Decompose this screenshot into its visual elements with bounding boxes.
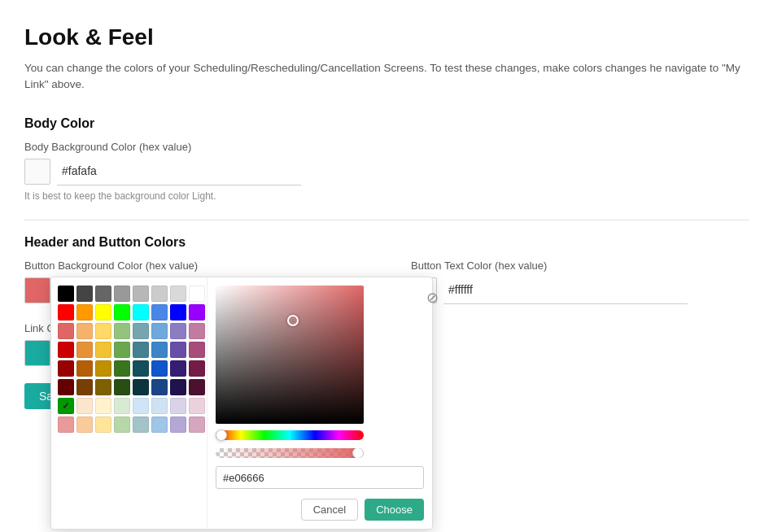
swatch-cell[interactable] [189, 286, 205, 302]
swatch-cell[interactable] [58, 286, 74, 302]
no-color-button[interactable]: ⊘ [426, 289, 439, 307]
swatch-cell[interactable] [133, 323, 149, 339]
header-button-section-title: Header and Button Colors [24, 235, 749, 250]
swatch-cell[interactable] [170, 304, 186, 321]
swatch-cell[interactable] [170, 416, 186, 433]
alpha-bar-wrapper [216, 448, 364, 460]
swatch-cell[interactable] [58, 304, 74, 321]
swatch-cell[interactable] [114, 360, 130, 377]
hue-handle [216, 430, 227, 441]
button-text-col: Button Text Color (hex value) [411, 259, 749, 309]
swatch-cell[interactable] [76, 342, 93, 358]
swatch-cell[interactable] [151, 360, 168, 377]
swatch-cell[interactable] [133, 304, 149, 321]
color-picker-popup: ⊘ Cancel Choose [50, 277, 433, 530]
swatch-cell[interactable] [58, 379, 74, 395]
swatch-cell[interactable] [133, 286, 149, 302]
swatch-cell[interactable] [170, 342, 186, 358]
swatch-cell[interactable] [76, 323, 93, 339]
swatch-cell[interactable] [114, 286, 130, 302]
swatch-cell[interactable] [151, 323, 168, 339]
swatch-cell[interactable] [95, 304, 111, 321]
swatch-cell[interactable] [189, 416, 205, 433]
button-bg-swatch[interactable] [24, 277, 50, 303]
page-container: Look & Feel You can change the colors of… [0, 0, 773, 532]
hex-value-input[interactable] [216, 466, 424, 489]
swatch-cell[interactable] [95, 342, 111, 358]
swatch-cell[interactable] [189, 323, 205, 339]
gradient-area[interactable] [216, 286, 364, 424]
swatch-cell[interactable] [95, 286, 111, 302]
gradient-area-wrapper: ⊘ [216, 286, 424, 424]
swatch-cell[interactable] [95, 416, 111, 433]
body-bg-hint: It is best to keep the background color … [24, 190, 749, 202]
picker-actions: Cancel Choose [216, 499, 424, 521]
swatch-cell[interactable] [133, 360, 149, 377]
body-bg-swatch[interactable] [24, 159, 50, 185]
swatch-cell[interactable] [133, 379, 149, 395]
body-bg-input[interactable] [57, 158, 301, 185]
swatch-cell[interactable] [76, 286, 93, 302]
swatch-cell[interactable] [151, 379, 168, 395]
hue-bar-wrapper [216, 430, 364, 442]
swatch-cell[interactable] [114, 379, 130, 395]
swatch-cell[interactable] [170, 360, 186, 377]
swatch-cell[interactable] [189, 360, 205, 377]
page-description: You can change the colors of your Schedu… [24, 60, 749, 94]
body-color-section-title: Body Color [24, 116, 749, 131]
gradient-handle [287, 315, 299, 326]
swatch-cell[interactable] [95, 323, 111, 339]
swatch-cell[interactable] [151, 398, 168, 414]
swatch-cell[interactable] [76, 398, 93, 414]
choose-button[interactable]: Choose [365, 499, 424, 521]
swatch-cell[interactable] [133, 398, 149, 414]
page-title: Look & Feel [24, 24, 749, 50]
swatch-cell[interactable] [151, 286, 168, 302]
button-text-input[interactable] [443, 277, 688, 304]
section-divider-1 [24, 220, 749, 220]
swatch-cell[interactable] [114, 304, 130, 321]
swatch-cell[interactable] [76, 304, 93, 321]
swatch-cell[interactable] [133, 416, 149, 433]
link-color-swatch[interactable] [24, 340, 50, 366]
hex-input-row [216, 466, 424, 489]
swatch-cell[interactable] [58, 398, 74, 414]
alpha-bar[interactable] [216, 448, 364, 458]
swatch-cell[interactable] [95, 379, 111, 395]
swatch-cell[interactable] [76, 360, 93, 377]
swatch-cell[interactable] [114, 398, 130, 414]
swatch-cell[interactable] [189, 304, 205, 321]
alpha-bar-overlay [216, 448, 364, 458]
swatch-cell[interactable] [58, 342, 74, 358]
swatches-panel [51, 277, 207, 529]
swatch-cell[interactable] [151, 342, 168, 358]
swatch-cell[interactable] [170, 323, 186, 339]
swatch-cell[interactable] [170, 379, 186, 395]
swatch-cell[interactable] [58, 360, 74, 377]
cancel-button[interactable]: Cancel [301, 499, 358, 521]
swatch-cell[interactable] [133, 342, 149, 358]
button-text-field-row [411, 277, 749, 304]
swatch-cell[interactable] [58, 323, 74, 339]
hue-bar[interactable] [216, 430, 364, 440]
swatch-cell[interactable] [76, 379, 93, 395]
swatch-cell[interactable] [170, 286, 186, 302]
swatch-grid [58, 286, 200, 433]
body-bg-field-row [24, 158, 749, 185]
swatch-cell[interactable] [170, 398, 186, 414]
swatch-cell[interactable] [151, 416, 168, 433]
swatch-cell[interactable] [114, 323, 130, 339]
swatch-cell[interactable] [76, 416, 93, 433]
swatch-cell[interactable] [189, 342, 205, 358]
swatch-cell[interactable] [58, 416, 74, 433]
swatch-cell[interactable] [95, 398, 111, 414]
body-bg-label: Body Background Color (hex value) [24, 141, 749, 153]
swatch-cell[interactable] [151, 304, 168, 321]
button-bg-label: Button Background Color (hex value) [24, 259, 362, 272]
gradient-panel: ⊘ Cancel Choose [207, 277, 432, 529]
swatch-cell[interactable] [114, 416, 130, 433]
swatch-cell[interactable] [95, 360, 111, 377]
swatch-cell[interactable] [189, 379, 205, 395]
swatch-cell[interactable] [189, 398, 205, 414]
swatch-cell[interactable] [114, 342, 130, 358]
